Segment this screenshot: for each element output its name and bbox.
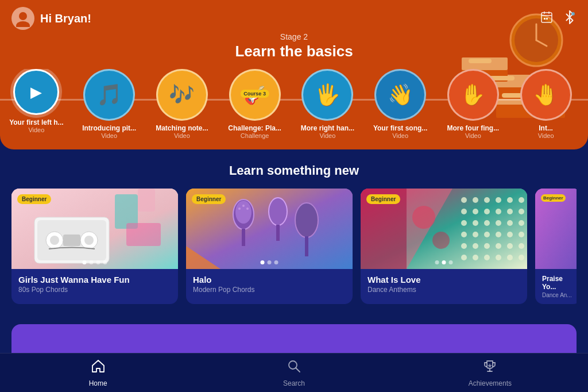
dot bbox=[83, 260, 87, 264]
svg-point-76 bbox=[519, 243, 524, 249]
nav-item-search[interactable]: Search bbox=[196, 359, 392, 387]
course3-badge: Course 3 bbox=[240, 90, 269, 98]
svg-point-58 bbox=[519, 209, 524, 214]
card-subtitle-girls: 80s Pop Chords bbox=[18, 286, 171, 294]
course-item-challenge[interactable]: 🎸 Course 3 Challenge: Pla... Challenge bbox=[218, 69, 291, 139]
course-type-first-left: Video bbox=[28, 126, 44, 133]
svg-point-75 bbox=[507, 243, 513, 249]
dot bbox=[435, 260, 439, 264]
nav-item-home[interactable]: Home bbox=[0, 359, 196, 387]
card-info-girls: Girls Just Wanna Have Fun 80s Pop Chords bbox=[11, 269, 178, 299]
dot bbox=[274, 260, 278, 264]
svg-rect-40 bbox=[242, 229, 245, 246]
nav-item-achievements[interactable]: Achievements bbox=[392, 359, 588, 387]
card-title-halo: Halo bbox=[193, 275, 346, 285]
card-title-praise: Praise Yo... bbox=[542, 275, 574, 291]
course-name-first-song: Your first song... bbox=[373, 124, 427, 132]
card-subtitle-what: Dance Anthems bbox=[368, 286, 520, 294]
dot bbox=[449, 260, 453, 264]
svg-rect-30 bbox=[63, 235, 80, 246]
svg-marker-92 bbox=[488, 363, 492, 368]
svg-point-47 bbox=[461, 197, 467, 203]
svg-point-27 bbox=[50, 236, 59, 245]
beginner-badge-halo: Beginner bbox=[192, 194, 226, 204]
course-type-matching: Video bbox=[174, 132, 190, 139]
song-card-what-is-love[interactable]: Beginner What Is Love Dance Anthems bbox=[361, 189, 527, 304]
dot bbox=[96, 260, 100, 264]
svg-point-62 bbox=[496, 220, 501, 226]
course-item-more-right[interactable]: 🖐 More right han... Video bbox=[291, 69, 364, 139]
card-title-girls: Girls Just Wanna Have Fun bbox=[18, 275, 171, 285]
hand-right-icon: 🖐 bbox=[315, 83, 341, 107]
course-name-introducing: Introducing pit... bbox=[82, 124, 136, 132]
course-circle-int: 🤚 bbox=[520, 69, 572, 121]
svg-point-67 bbox=[484, 232, 490, 237]
svg-point-48 bbox=[473, 197, 478, 203]
course-item-first-song[interactable]: 👋 Your first song... Video bbox=[364, 69, 437, 139]
course-type-introducing: Video bbox=[101, 132, 117, 139]
beginner-badge-praise: Beginner bbox=[541, 194, 566, 202]
svg-point-54 bbox=[473, 209, 478, 214]
course-circle-first-left: ▶ bbox=[13, 69, 59, 115]
svg-point-70 bbox=[519, 232, 524, 237]
dot bbox=[268, 260, 272, 264]
greeting-text: Hi Bryan! bbox=[40, 12, 91, 25]
card-dots-girls bbox=[83, 260, 107, 264]
course-name-more-right: More right han... bbox=[301, 124, 354, 132]
svg-rect-19 bbox=[544, 18, 546, 20]
svg-point-29 bbox=[84, 236, 94, 245]
song-card-praise[interactable]: Beginner Praise Yo... Dance An... bbox=[535, 189, 577, 304]
card-info-what: What Is Love Dance Anthems bbox=[361, 269, 527, 299]
course-item-more-four[interactable]: ✋ More four fing... Video bbox=[437, 69, 510, 139]
hand-int-icon: 🤚 bbox=[533, 83, 559, 107]
svg-point-60 bbox=[473, 220, 478, 226]
svg-point-82 bbox=[519, 255, 524, 260]
music-note-icon: 🎵 bbox=[96, 83, 122, 107]
svg-rect-33 bbox=[138, 189, 155, 212]
svg-rect-44 bbox=[305, 236, 308, 256]
svg-rect-32 bbox=[126, 223, 161, 246]
card-info-praise: Praise Yo... Dance An... bbox=[535, 269, 577, 304]
course-circle-more-right: 🖐 bbox=[301, 69, 353, 121]
calendar-icon[interactable] bbox=[540, 10, 554, 27]
svg-rect-20 bbox=[546, 18, 548, 20]
bluetooth-icon[interactable] bbox=[563, 10, 577, 27]
svg-rect-15 bbox=[541, 13, 552, 22]
svg-point-78 bbox=[473, 255, 478, 260]
svg-point-66 bbox=[473, 232, 478, 237]
svg-point-14 bbox=[16, 21, 30, 27]
course-circle-introducing: 🎵 bbox=[83, 69, 135, 121]
card-img-halo: Beginner bbox=[186, 189, 353, 269]
svg-point-71 bbox=[461, 243, 467, 249]
nav-label-search: Search bbox=[283, 379, 305, 387]
svg-point-86 bbox=[432, 232, 450, 249]
svg-point-38 bbox=[242, 205, 245, 207]
course-item-int[interactable]: 🤚 Int... Video bbox=[509, 69, 582, 139]
svg-point-21 bbox=[571, 12, 575, 16]
song-card-halo[interactable]: Beginner Halo Modern Pop Chords bbox=[186, 189, 353, 304]
course-circle-more-four: ✋ bbox=[447, 69, 499, 121]
course-type-challenge: Challenge bbox=[241, 132, 269, 139]
nav-label-home: Home bbox=[89, 379, 107, 387]
course-item-introducing[interactable]: 🎵 Introducing pit... Video bbox=[73, 69, 146, 139]
avatar-icon bbox=[14, 10, 32, 27]
svg-point-61 bbox=[484, 220, 490, 226]
course-item-matching[interactable]: 🎶 Matching note... Video bbox=[146, 69, 219, 139]
svg-point-63 bbox=[507, 220, 513, 226]
svg-point-64 bbox=[519, 220, 524, 226]
user-avatar[interactable] bbox=[11, 7, 34, 30]
card-subtitle-halo: Modern Pop Chords bbox=[193, 286, 346, 294]
course-item-first-left[interactable]: ▶ Your first left h... Video bbox=[0, 69, 73, 133]
learn-section-title: Learn something new bbox=[11, 163, 577, 178]
card-dots-halo bbox=[261, 260, 278, 264]
song-card-girls[interactable]: Beginner Girls Just Wanna Have Fun 80s P… bbox=[11, 189, 178, 304]
header-section: Hi Bryan! Stage 2 bbox=[0, 0, 588, 149]
beginner-badge-girls: Beginner bbox=[17, 194, 51, 204]
svg-point-51 bbox=[507, 197, 513, 203]
beginner-badge-what: Beginner bbox=[366, 194, 400, 204]
trophy-icon bbox=[482, 359, 497, 377]
stage-label: Stage 2 bbox=[11, 32, 577, 41]
dot bbox=[103, 260, 107, 264]
svg-point-55 bbox=[484, 209, 490, 214]
search-icon bbox=[287, 359, 301, 377]
